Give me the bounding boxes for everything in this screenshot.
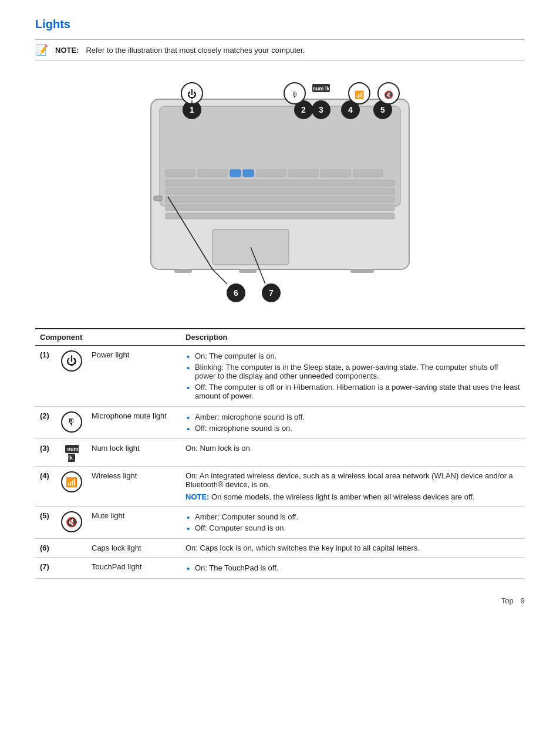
col-component: Component (35, 329, 181, 346)
row-component-name: Caps lock light (87, 539, 181, 558)
row-num: (1) (35, 346, 56, 407)
wireless-icon: 📶 (61, 471, 82, 492)
row-num: (5) (35, 507, 56, 539)
svg-rect-10 (166, 180, 394, 186)
svg-text:⏻: ⏻ (187, 89, 197, 99)
row-description: On: Caps lock is on, which switches the … (181, 539, 525, 558)
svg-rect-2 (166, 170, 195, 177)
component-table: Component Description (1)⏻Power lightOn:… (35, 328, 525, 579)
row-icon (56, 539, 87, 558)
svg-text:num lk: num lk (312, 86, 330, 92)
row-component-name: Num lock light (87, 439, 181, 467)
row-description: Amber: Computer sound is off.Off: Comput… (181, 507, 525, 539)
plain-desc: On: An integrated wireless device, such … (185, 471, 520, 489)
table-row: (5)🔇Mute lightAmber: Computer sound is o… (35, 507, 525, 539)
row-component-name: Wireless light (87, 467, 181, 507)
row-description: On: The TouchPad is off. (181, 558, 525, 579)
svg-rect-3 (198, 170, 227, 177)
bullet-item: Off: Computer sound is on. (185, 522, 520, 534)
col-description: Description (181, 329, 525, 346)
row-component-name: TouchPad light (87, 558, 181, 579)
svg-text:7: 7 (269, 288, 274, 298)
row-icon (56, 558, 87, 579)
table-row: (7)TouchPad lightOn: The TouchPad is off… (35, 558, 525, 579)
row-description: On: The computer is on.Blinking: The com… (181, 346, 525, 407)
row-description: Amber: microphone sound is off.Off: micr… (181, 407, 525, 439)
table-row: (1)⏻Power lightOn: The computer is on.Bl… (35, 346, 525, 407)
svg-rect-5 (243, 170, 254, 177)
footer-left: Top (501, 596, 514, 605)
plain-desc: On: Caps lock is on, which switches the … (185, 544, 520, 552)
row-description: On: Num lock is on. (181, 439, 525, 467)
row-num: (3) (35, 439, 56, 467)
svg-line-44 (212, 269, 227, 284)
note-inline-label: NOTE: (185, 492, 209, 501)
svg-text:🎙: 🎙 (291, 90, 299, 99)
table-row: (6)Caps lock lightOn: Caps lock is on, w… (35, 539, 525, 558)
note-inline-text: On some models, the wireless light is am… (209, 492, 474, 501)
bullet-item: Off: The computer is off or in Hibernati… (185, 382, 520, 401)
svg-text:2: 2 (301, 105, 306, 114)
svg-text:6: 6 (234, 288, 238, 298)
svg-rect-18 (239, 269, 257, 273)
svg-text:3: 3 (319, 105, 323, 114)
numlk-icon: num lk (65, 445, 79, 462)
row-component-name: Mute light (87, 507, 181, 539)
page-title: Lights (35, 18, 525, 31)
svg-rect-4 (230, 170, 241, 177)
row-icon: 🎙 (56, 407, 87, 439)
mute-icon: 🔇 (61, 511, 82, 532)
note-bar: 📝 NOTE: Refer to the illustration that m… (35, 39, 525, 60)
svg-rect-17 (174, 269, 192, 273)
row-num: (7) (35, 558, 56, 579)
row-component-name: Power light (87, 346, 181, 407)
svg-rect-14 (166, 213, 394, 219)
row-num: (2) (35, 407, 56, 439)
row-description: On: An integrated wireless device, such … (181, 467, 525, 507)
inline-note: NOTE: On some models, the wireless light… (185, 492, 520, 501)
diagram-area: 1 ⏻ 2 🎙 3 num lk 4 📶 5 🔇 6 (35, 70, 525, 316)
power-icon: ⏻ (61, 350, 82, 372)
row-icon: num lk (56, 439, 87, 467)
bullet-item: Off: microphone sound is on. (185, 423, 520, 434)
row-icon: 📶 (56, 467, 87, 507)
row-component-name: Microphone mute light (87, 407, 181, 439)
table-row: (2)🎙Microphone mute lightAmber: micropho… (35, 407, 525, 439)
row-num: (6) (35, 539, 56, 558)
svg-text:5: 5 (380, 105, 385, 114)
table-row: (4)📶Wireless lightOn: An integrated wire… (35, 467, 525, 507)
svg-rect-12 (166, 197, 394, 202)
plain-desc: On: Num lock is on. (185, 444, 520, 453)
svg-rect-7 (289, 170, 318, 177)
footer-bar: Top 9 (35, 596, 525, 605)
svg-rect-11 (166, 188, 394, 194)
table-row: (3)num lkNum lock lightOn: Num lock is o… (35, 439, 525, 467)
svg-text:4: 4 (348, 105, 353, 114)
svg-rect-19 (350, 269, 374, 273)
svg-text:📶: 📶 (355, 90, 365, 100)
svg-rect-13 (166, 205, 394, 211)
bullet-item: Amber: microphone sound is off. (185, 411, 520, 423)
bullet-item: On: The TouchPad is off. (185, 562, 520, 573)
row-icon: ⏻ (56, 346, 87, 407)
svg-rect-8 (321, 170, 350, 177)
footer-right: 9 (521, 596, 525, 605)
bullet-item: Amber: Computer sound is off. (185, 511, 520, 522)
bullet-item: On: The computer is on. (185, 350, 520, 362)
row-num: (4) (35, 467, 56, 507)
svg-rect-6 (257, 170, 286, 177)
svg-rect-15 (154, 196, 162, 201)
svg-rect-9 (353, 170, 383, 177)
laptop-diagram-svg: 1 ⏻ 2 🎙 3 num lk 4 📶 5 🔇 6 (122, 70, 438, 316)
row-icon: 🔇 (56, 507, 87, 539)
note-text: Refer to the illustration that most clos… (86, 46, 305, 55)
svg-text:1: 1 (190, 105, 194, 114)
mic-mute-icon: 🎙 (61, 411, 82, 433)
note-label: NOTE: (55, 46, 79, 55)
note-icon: 📝 (35, 43, 48, 56)
bullet-item: Blinking: The computer is in the Sleep s… (185, 362, 520, 382)
svg-text:🔇: 🔇 (384, 90, 394, 100)
